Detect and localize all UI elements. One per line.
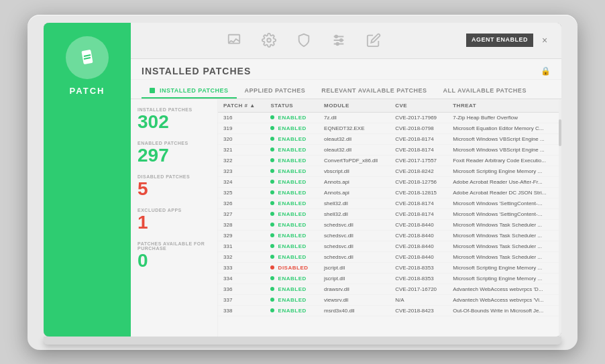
- table-row[interactable]: 320 ENABLED oleaut32.dll CVE-2018-8174 M…: [218, 133, 559, 144]
- sliders-nav-icon[interactable]: [328, 29, 349, 51]
- table-row[interactable]: 329 ENABLED schedsvc.dll CVE-2018-8440 M…: [218, 230, 559, 241]
- cell-status: ENABLED: [265, 123, 319, 133]
- cell-cve: CVE-2018-8174: [390, 133, 447, 144]
- status-dot: [270, 169, 274, 173]
- cell-cve: CVE-2018-12815: [390, 187, 447, 198]
- status-dot: [270, 255, 274, 259]
- cell-threat: Microsoft Windows Task Scheduler ...: [447, 219, 559, 230]
- stat-available-for-purchase: PATCHES AVAILABLE FOR PURCHASE 0: [138, 241, 211, 270]
- cell-threat: 7-Zip Heap Buffer Overflow: [447, 112, 559, 123]
- table-row[interactable]: 337 ENABLED viewsrv.dll N/A Advantech We…: [218, 294, 559, 305]
- cell-cve: CVE-2018-8440: [390, 251, 447, 262]
- status-dot: [270, 233, 274, 237]
- cell-status: ENABLED: [265, 187, 319, 198]
- cell-patch-num: 319: [218, 123, 265, 133]
- status-dot: [270, 244, 274, 248]
- status-text: ENABLED: [278, 179, 307, 185]
- cell-cve: CVE-2018-8174: [390, 198, 447, 208]
- col-status: STATUS: [265, 99, 319, 113]
- table-row[interactable]: 333 DISABLED jscript.dll CVE-2018-8353 M…: [218, 262, 559, 273]
- cell-status: ENABLED: [265, 273, 319, 284]
- table-row[interactable]: 321 ENABLED oleaut32.dll CVE-2018-8174 M…: [218, 144, 559, 155]
- status-text: ENABLED: [278, 125, 307, 131]
- shield-nav-icon[interactable]: [293, 29, 315, 51]
- status-text: ENABLED: [278, 136, 307, 142]
- cell-module: ConvertToPDF_x86.dll: [319, 155, 390, 166]
- stat-enabled-patches: ENABLED PATCHES 297: [138, 141, 211, 165]
- cell-threat: Advantech WebAccess webvrpcs 'Vi...: [447, 294, 559, 305]
- status-text: DISABLED: [278, 265, 309, 271]
- cell-cve: CVE-2018-8440: [390, 230, 447, 241]
- cell-module: schedsvc.dll: [319, 251, 390, 262]
- col-module: MODULE: [319, 99, 390, 113]
- status-dot: [270, 212, 274, 216]
- cell-status: ENABLED: [265, 208, 319, 219]
- table-row[interactable]: 325 ENABLED Annots.api CVE-2018-12815 Ad…: [218, 187, 559, 198]
- table-row[interactable]: 328 ENABLED schedsvc.dll CVE-2018-8440 M…: [218, 219, 559, 230]
- cell-patch-num: 323: [218, 166, 265, 176]
- status-text: ENABLED: [278, 233, 307, 239]
- tabs-bar: INSTALLED PATCHES APPLIED PATCHES RELEVA…: [131, 80, 561, 99]
- status-dot: [270, 158, 274, 162]
- scrollbar-track[interactable]: [559, 99, 561, 337]
- cell-threat: Microsoft Windows 'SettingContent-...: [447, 208, 559, 219]
- tab-applied-patches[interactable]: APPLIED PATCHES: [237, 84, 314, 99]
- tab-relevant-available[interactable]: RELEVANT AVAILABLE PATCHES: [313, 84, 435, 99]
- status-text: ENABLED: [278, 254, 307, 260]
- cell-threat: Adobe Acrobat Reader Use-After-Fr...: [447, 176, 559, 187]
- status-text: ENABLED: [278, 243, 307, 249]
- table-body: 316 ENABLED 7z.dll CVE-2017-17969 7-Zip …: [218, 112, 559, 316]
- status-text: ENABLED: [278, 297, 307, 303]
- table-row[interactable]: 323 ENABLED vbscript.dll CVE-2018-8242 M…: [218, 166, 559, 176]
- cell-cve: CVE-2018-8423: [390, 305, 447, 316]
- status-text: ENABLED: [278, 158, 307, 164]
- page-title: INSTALLED PATCHES: [142, 66, 251, 76]
- status-dot: [270, 276, 274, 280]
- table-row[interactable]: 336 ENABLED drawsrv.dll CVE-2017-16720 A…: [218, 284, 559, 294]
- table-row[interactable]: 331 ENABLED schedsvc.dll CVE-2018-8440 M…: [218, 241, 559, 251]
- table-row[interactable]: 324 ENABLED Annots.api CVE-2018-12756 Ad…: [218, 176, 559, 187]
- nav-icons: [142, 29, 466, 51]
- cell-status: ENABLED: [265, 176, 319, 187]
- cell-cve: CVE-2018-8174: [390, 208, 447, 219]
- table-row[interactable]: 332 ENABLED schedsvc.dll CVE-2018-8440 M…: [218, 251, 559, 262]
- stat-installed-patches: INSTALLED PATCHES 302: [138, 107, 211, 131]
- settings-nav-icon[interactable]: [258, 29, 280, 51]
- tab-all-available[interactable]: ALL AVAILABLE PATCHES: [435, 84, 535, 99]
- status-text: ENABLED: [278, 211, 307, 217]
- cell-threat: Microsoft Windows VBScript Engine ...: [447, 144, 559, 155]
- table-row[interactable]: 322 ENABLED ConvertToPDF_x86.dll CVE-201…: [218, 155, 559, 166]
- cell-patch-num: 328: [218, 219, 265, 230]
- patches-table: PATCH # ▲ STATUS MODULE CVE THREAT 316: [218, 99, 559, 316]
- table-row[interactable]: 338 ENABLED msrd3x40.dll CVE-2018-8423 O…: [218, 305, 559, 316]
- status-text: ENABLED: [278, 147, 307, 153]
- table-row[interactable]: 316 ENABLED 7z.dll CVE-2017-17969 7-Zip …: [218, 112, 559, 123]
- screen-bezel: PATCH: [44, 23, 561, 337]
- svg-point-9: [340, 39, 343, 42]
- cell-patch-num: 333: [218, 262, 265, 273]
- cell-patch-num: 326: [218, 198, 265, 208]
- cell-threat: Microsoft Windows VBScript Engine ...: [447, 133, 559, 144]
- cell-status: DISABLED: [265, 262, 319, 273]
- close-button[interactable]: ×: [539, 34, 551, 46]
- cell-threat: Microsoft Windows Task Scheduler ...: [447, 251, 559, 262]
- stat-disabled-patches: DISABLED PATCHES 5: [138, 174, 211, 198]
- tab-installed-patches[interactable]: INSTALLED PATCHES: [142, 84, 237, 99]
- table-row[interactable]: 319 ENABLED EQNEDT32.EXE CVE-2018-0798 M…: [218, 123, 559, 133]
- sidebar-title: PATCH: [70, 86, 105, 96]
- chart-nav-icon[interactable]: [223, 29, 245, 51]
- svg-point-8: [335, 36, 337, 38]
- status-text: ENABLED: [278, 222, 307, 228]
- cell-threat: Microsoft Scripting Engine Memory ...: [447, 262, 559, 273]
- col-threat: THREAT: [447, 99, 559, 113]
- table-header-row: PATCH # ▲ STATUS MODULE CVE THREAT: [218, 99, 559, 113]
- col-patch-num: PATCH # ▲: [218, 99, 265, 113]
- table-scroll: PATCH # ▲ STATUS MODULE CVE THREAT 316: [218, 99, 559, 337]
- table-row[interactable]: 327 ENABLED shell32.dll CVE-2018-8174 Mi…: [218, 208, 559, 219]
- edit-nav-icon[interactable]: [363, 29, 384, 51]
- status-dot: [270, 180, 274, 184]
- status-dot: [270, 308, 274, 312]
- table-row[interactable]: 326 ENABLED shell32.dll CVE-2018-8174 Mi…: [218, 198, 559, 208]
- table-row[interactable]: 334 ENABLED jscript.dll CVE-2018-8353 Mi…: [218, 273, 559, 284]
- status-dot: [270, 223, 274, 227]
